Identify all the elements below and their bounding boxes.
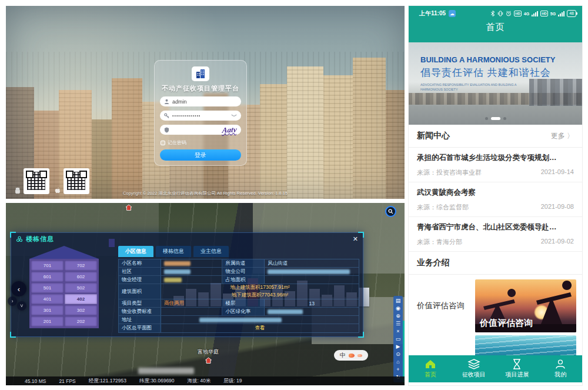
login-card: 不动产征收项目管理平台 admin •••••••••••••• Aatv [154, 60, 247, 166]
unit-601[interactable]: 601 [31, 272, 64, 282]
field-label: 小区名称 [119, 259, 161, 267]
navigate-tool-icon[interactable]: ▶ [396, 344, 400, 350]
close-panel-icon[interactable]: ✕ [353, 235, 358, 243]
unit-501[interactable]: 501 [31, 283, 64, 293]
news-source: 来源：综合监督部 [417, 203, 469, 212]
ime-indicator[interactable]: 中 [334, 350, 368, 361]
captcha-input[interactable]: Aatv [160, 125, 241, 135]
tab-community-info[interactable]: 小区信息 [118, 246, 153, 257]
rotate-right-button[interactable]: › [8, 296, 17, 306]
building-panel-title: 楼栋信息 [26, 235, 54, 244]
zoom-in-tool-icon[interactable]: + [396, 366, 399, 373]
view-siteplan-link[interactable]: 查看 [161, 324, 359, 332]
business-section-header: 业务介绍 [409, 252, 582, 275]
news-list-item[interactable]: 武汉黄陂商会考察 来源：综合监督部 2021-09-08 [409, 182, 582, 217]
tab-owner-info[interactable]: 业主信息 [193, 246, 229, 257]
unit-202[interactable]: 202 [65, 316, 97, 326]
comment-tool-icon[interactable]: ▤ [396, 298, 401, 304]
field-label: 楼层 [222, 299, 265, 307]
clear-tool-icon[interactable]: × [396, 328, 399, 335]
nav-tab-projects[interactable]: 征收项目 [452, 359, 496, 379]
field-value-redacted [265, 268, 359, 275]
field-value-redacted [265, 308, 359, 315]
locate-tool-icon[interactable]: ◉ [396, 305, 400, 312]
nav-tab-home[interactable]: 首页 [409, 359, 452, 379]
longitude-readout: 经度:121.172953 [89, 378, 126, 385]
map-watermark [138, 368, 194, 374]
below-ground-area: 地下建筑面积77043.96m² [232, 292, 288, 299]
4g-label: 4G [524, 12, 529, 16]
measure-tool-icon[interactable]: ⊙ [396, 351, 400, 358]
street-value: 凤山街道 [265, 259, 359, 267]
person-icon [555, 359, 566, 369]
login-screen: 不动产征收项目管理平台 admin •••••••••••••• Aatv [6, 6, 405, 199]
nav-tab-mine[interactable]: 我的 [539, 359, 582, 379]
news-list-item[interactable]: 青海省西宁市虎台、北山社区党委领导赴… 来源：青海分部 2021-09-02 [409, 217, 582, 252]
unit-602[interactable]: 602 [65, 272, 97, 282]
building-3d-widget: 701 702 601 602 501 502 401 402 301 302 … [15, 245, 113, 332]
username-input[interactable]: admin [160, 96, 241, 106]
carousel-dot[interactable] [503, 117, 506, 120]
gis-map-view[interactable]: 富地华庭 ▤ ◉ ⊕ ☰ × ▭ ▶ ⊙ ⌂ + ↻ 中 45.10 MS 21… [6, 203, 405, 385]
signal-bars-4g [532, 11, 538, 16]
unit-201[interactable]: 201 [31, 316, 64, 326]
buildings-logo-icon [195, 68, 206, 80]
panel-corner [10, 332, 16, 338]
field-value-redacted [161, 268, 222, 275]
news-more-link[interactable]: 更多 〉 [551, 131, 574, 141]
building-floors-grid: 701 702 601 602 501 502 401 402 301 302 … [29, 259, 99, 328]
news-date: 2021-09-14 [541, 168, 574, 177]
field-label: 物业公司 [222, 268, 265, 275]
above-ground-area: 地上建筑面积173057.91m² [230, 284, 289, 291]
remember-checkbox[interactable] [161, 141, 165, 145]
search-icon [388, 209, 393, 214]
news-section-header: 新闻中心 更多 〉 [409, 125, 582, 148]
hero-carousel[interactable]: BUILDING A HARMONIOUS SOCIETY 倡导责任评估 共建和… [409, 42, 582, 125]
news-list-item[interactable]: 承担的石首市城乡生活垃圾分类专项规划… 来源：投资咨询事业群 2021-09-1… [409, 148, 582, 182]
carousel-dots [409, 117, 582, 120]
select-area-tool-icon[interactable]: ▭ [396, 336, 401, 342]
rotate-down-button[interactable]: ˅ [17, 301, 26, 311]
login-button[interactable]: 登录 [160, 149, 241, 161]
vibrate-icon [497, 11, 503, 16]
business-list-item[interactable]: 价值评估咨询 价值评估咨询 [409, 275, 582, 337]
poi-label-group[interactable]: 富地华庭 [198, 348, 219, 366]
unit-702[interactable]: 702 [65, 261, 97, 271]
unit-401[interactable]: 401 [31, 294, 64, 304]
carousel-dot[interactable] [485, 117, 488, 120]
app-logo [192, 66, 209, 81]
carousel-dot-active[interactable] [491, 117, 500, 120]
poi-marker-icon[interactable] [125, 204, 132, 211]
field-label: 物业收费标准 [119, 308, 161, 315]
unit-301[interactable]: 301 [31, 305, 64, 315]
unit-502[interactable]: 502 [65, 283, 97, 293]
unit-701[interactable]: 701 [31, 261, 64, 271]
field-value-redacted [161, 276, 222, 284]
unit-402-selected[interactable]: 402 [65, 294, 97, 304]
map-search-button[interactable] [385, 206, 396, 217]
hourglass-icon [512, 359, 522, 369]
eye-toggle-icon[interactable] [231, 114, 237, 118]
building-roof [29, 246, 99, 259]
field-value-empty [265, 276, 359, 284]
info-tabs: 小区信息 楼栋信息 业主信息 [118, 246, 359, 257]
rotate-left-button[interactable]: ‹ [11, 281, 26, 296]
nav-tab-progress[interactable]: 项目进展 [496, 359, 539, 379]
news-title: 承担的石首市城乡生活垃圾分类专项规划… [417, 153, 574, 163]
layers-tool-icon[interactable]: ☰ [396, 321, 400, 327]
tab-building-info[interactable]: 楼栋信息 [156, 246, 191, 257]
panel-corner [358, 232, 364, 238]
globe-tool-icon[interactable]: ⊕ [396, 313, 400, 319]
unit-302[interactable]: 302 [65, 305, 97, 315]
news-title: 武汉黄陂商会考察 [417, 188, 574, 198]
field-label: 占地面积 [222, 276, 265, 284]
news-source: 来源：投资咨询事业群 [417, 168, 482, 177]
status-bar: 上午11:05 ☁ HD 4G HD 5G [409, 6, 582, 18]
captcha-image[interactable]: Aatv [222, 125, 238, 135]
business-item-image-sea-partial[interactable] [475, 335, 576, 358]
map-scrollbar[interactable] [403, 321, 405, 382]
password-input[interactable]: •••••••••••••• [160, 111, 241, 121]
home-view-tool-icon[interactable]: ⌂ [396, 359, 399, 365]
remember-password-option[interactable]: 记住密码 [161, 139, 186, 146]
page-title: 首页 [409, 18, 582, 33]
